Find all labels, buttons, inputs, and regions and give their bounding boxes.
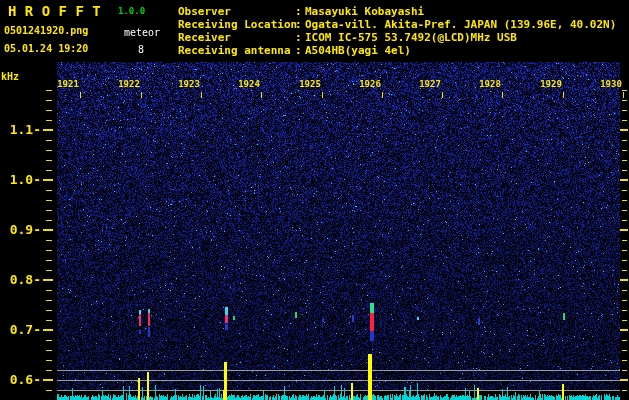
- observation-datetime: 05.01.24 19:20: [4, 44, 88, 54]
- info-separator: :: [295, 32, 305, 43]
- station-info: Observer:Masayuki Kobayashi Receiving Lo…: [178, 5, 616, 57]
- info-row-observer: Observer:Masayuki Kobayashi: [178, 5, 616, 18]
- info-separator: :: [295, 6, 305, 17]
- info-row-receiver: Receiver:ICOM IC-575 53.7492(@LCD)MHz US…: [178, 31, 616, 44]
- app-version: 1.0.0: [118, 7, 145, 16]
- time-tick-label: 1925: [298, 80, 322, 89]
- freq-tick-label: 1.0-: [0, 173, 41, 186]
- spectrogram-canvas: [0, 0, 629, 400]
- app-title: H R O F F T: [8, 4, 101, 18]
- info-value: Masayuki Kobayashi: [305, 5, 424, 18]
- time-tick-label: 1924: [237, 80, 261, 89]
- info-label: Receiver: [178, 32, 295, 43]
- info-separator: :: [295, 19, 305, 30]
- time-tick-label: 1927: [418, 80, 442, 89]
- output-filename: 0501241920.png: [4, 26, 88, 36]
- time-tick-label: 1929: [539, 80, 563, 89]
- freq-tick-label: 0.7-: [0, 323, 41, 336]
- info-label: Receiving antenna: [178, 45, 295, 56]
- info-value: ICOM IC-575 53.7492(@LCD)MHz USB: [305, 31, 517, 44]
- freq-axis-unit-label: kHz: [1, 72, 19, 82]
- time-tick-label: 1921: [56, 80, 80, 89]
- freq-tick-label: 1.1-: [0, 123, 41, 136]
- hrofft-screen: H R O F F T 1.0.0 0501241920.png meteor …: [0, 0, 629, 400]
- time-tick-label: 1923: [177, 80, 201, 89]
- info-row-location: Receiving Location:Ogata-vill. Akita-Pre…: [178, 18, 616, 31]
- info-label: Receiving Location: [178, 19, 295, 30]
- meteor-count: 8: [138, 45, 144, 55]
- info-separator: :: [295, 45, 305, 56]
- freq-tick-label: 0.6-: [0, 373, 41, 386]
- info-row-antenna: Receiving antenna:A504HB(yagi 4el): [178, 44, 616, 57]
- info-value: A504HB(yagi 4el): [305, 44, 411, 57]
- time-tick-label: 1926: [358, 80, 382, 89]
- time-tick-label: 1922: [117, 80, 141, 89]
- freq-tick-label: 0.9-: [0, 223, 41, 236]
- freq-tick-label: 0.8-: [0, 273, 41, 286]
- info-label: Observer: [178, 6, 295, 17]
- time-tick-label: 1928: [478, 80, 502, 89]
- mode-label: meteor: [124, 28, 160, 38]
- time-tick-label: 1930: [599, 80, 623, 89]
- info-value: Ogata-vill. Akita-Pref. JAPAN (139.96E, …: [305, 18, 616, 31]
